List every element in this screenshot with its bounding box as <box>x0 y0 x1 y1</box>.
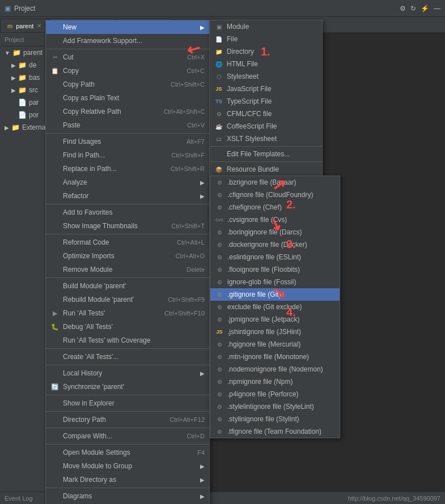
menu-item-paste-label: Paste <box>63 121 187 129</box>
run-tests-shortcut: Ctrl+Shift+F10 <box>164 310 205 317</box>
move-module-arrow: ▶ <box>200 463 205 469</box>
submenu-mtnignore[interactable]: ⚙ .mtn-ignore file (Monotone) <box>210 351 340 363</box>
menu-item-open-module-settings[interactable]: Open Module Settings F4 <box>46 446 209 459</box>
tab-parent[interactable]: m parent ✕ <box>0 19 49 32</box>
submenu-fossilignore[interactable]: ⚙ ignore-glob file (Fossil) <box>210 276 340 288</box>
menu-item-synchronize-label: Synchronize 'parent' <box>63 383 205 391</box>
menu-item-remove-module[interactable]: Remove Module Delete <box>46 263 209 276</box>
menu-item-rebuild-module[interactable]: Rebuild Module 'parent' Ctrl+Shift+F9 <box>46 293 209 306</box>
submenu-new-coffeescript[interactable]: ☕ CoffeeScript File <box>210 120 322 133</box>
menu-item-copy-plain[interactable]: Copy as Plain Text <box>46 91 209 105</box>
submenu-new-js[interactable]: JS JavaScript File <box>210 83 322 95</box>
menu-item-show-explorer[interactable]: Show in Explorer <box>46 396 209 410</box>
menu-item-copy-path[interactable]: Copy Path Ctrl+Shift+C <box>46 78 209 91</box>
menu-item-build-module[interactable]: Build Module 'parent' <box>46 279 209 293</box>
submenu-nodemonignore[interactable]: ⚙ .nodemonignore file (Nodemon) <box>210 363 340 375</box>
menu-item-find-in-path[interactable]: Find in Path... Ctrl+Shift+F <box>46 148 209 162</box>
menu-item-debug-tests[interactable]: 🐛 Debug 'All Tests' <box>46 320 209 334</box>
submenu-flooignore[interactable]: ⚙ .flooignore file (Floobits) <box>210 263 340 276</box>
submenu-new-stylesheet[interactable]: ⬡ Stylesheet <box>210 70 322 83</box>
context-menu: New ▶ Add Framework Support... ✂ Cut Ctr… <box>45 20 210 504</box>
submenu-bzrignore-label: .bzrignore file (Bazaar) <box>227 178 296 186</box>
submenu-git-exclude[interactable]: ⚙ exclude file (Git exclude) <box>210 301 340 313</box>
menu-item-reformat[interactable]: Reformat Code Ctrl+Alt+L <box>46 236 209 249</box>
dockerignore-icon: ⚙ <box>215 242 224 248</box>
menu-item-refactor[interactable]: Refactor ▶ <box>46 189 209 203</box>
rebuild-module-shortcut: Ctrl+Shift+F9 <box>168 296 205 303</box>
submenu-new-module-label: Module <box>227 23 249 31</box>
html-icon: 🌐 <box>214 61 223 67</box>
menu-item-find-usages[interactable]: Find Usages Alt+F7 <box>46 135 209 148</box>
submenu-jpmignore[interactable]: ⚙ .jpmignore file (Jetpack) <box>210 313 340 326</box>
title-bar-title: Project <box>14 5 35 12</box>
submenu-new-html[interactable]: 🌐 HTML File <box>210 58 322 70</box>
submenu-jshintignore-label: .jshintignore file (JSHint) <box>227 328 301 336</box>
submenu-new-ts-label: TypeScript File <box>227 97 272 105</box>
submenu-gitignore[interactable]: ⚙ .gitignore file (Git) <box>210 288 340 301</box>
collapse-icon[interactable]: — <box>434 5 440 12</box>
submenu-npmignore[interactable]: ⚙ .npmignore file (Npm) <box>210 375 340 388</box>
menu-item-copy-relative[interactable]: Copy Relative Path Ctrl+Alt+Shift+C <box>46 105 209 118</box>
gear-icon[interactable]: ⚡ <box>421 5 429 12</box>
settings-icon[interactable]: ⚙ <box>400 5 406 12</box>
menu-item-diagrams[interactable]: Diagrams ▶ <box>46 489 209 503</box>
menu-item-local-history[interactable]: Local History ▶ <box>46 366 209 380</box>
separator-2 <box>46 133 209 134</box>
menu-item-add-framework[interactable]: Add Framework Support... <box>46 34 209 48</box>
submenu-new-module[interactable]: ▣ Module <box>210 20 322 33</box>
submenu-boringignore[interactable]: ⚙ .boringignore file (Darcs) <box>210 226 340 238</box>
menu-item-find-usages-label: Find Usages <box>63 138 187 146</box>
submenu-new-edit-templates[interactable]: Edit File Templates... <box>210 148 322 160</box>
fossilignore-icon: ⚙ <box>215 279 224 285</box>
refactor-arrow: ▶ <box>200 193 205 199</box>
submenu-separator-1 <box>210 146 322 147</box>
submenu-cfignore[interactable]: ⚙ .cfignore file (CloudFoundry) <box>210 189 340 201</box>
submenu-hgignore[interactable]: ⚙ .hgignore file (Mercurial) <box>210 338 340 351</box>
menu-item-replace-in-path[interactable]: Replace in Path... Ctrl+Shift+R <box>46 162 209 176</box>
menu-item-mark-directory[interactable]: Mark Directory as ▶ <box>46 473 209 486</box>
submenu-cvsignore[interactable]: cvs .cvsignore file (Cvs) <box>210 213 340 226</box>
tab-parent-close[interactable]: ✕ <box>37 23 41 29</box>
menu-item-cut[interactable]: ✂ Cut Ctrl+X <box>46 50 209 64</box>
sync-icon[interactable]: ↻ <box>410 5 416 12</box>
submenu-jshintignore[interactable]: JS .jshintignore file (JSHint) <box>210 326 340 338</box>
submenu-stylinignore[interactable]: ⚙ .stylinignore file (Stylint) <box>210 413 340 425</box>
compare-with-shortcut: Ctrl+D <box>187 433 205 439</box>
submenu-new-xslt[interactable]: 🗂 XSLT Stylesheet <box>210 133 322 145</box>
submenu-new-file[interactable]: 📄 File <box>210 33 322 45</box>
menu-item-run-coverage[interactable]: Run 'All Tests' with Coverage <box>46 334 209 347</box>
menu-item-rebuild-module-label: Rebuild Module 'parent' <box>63 296 168 304</box>
menu-item-show-thumbnails[interactable]: Show Image Thumbnails Ctrl+Shift+T <box>46 219 209 233</box>
nodemonignore-icon: ⚙ <box>215 366 224 373</box>
menu-item-run-tests[interactable]: ▶ Run 'All Tests' Ctrl+Shift+F10 <box>46 306 209 320</box>
submenu-stylelintignore[interactable]: ⚙ .stylelintignore file (StyleLint) <box>210 400 340 413</box>
submenu-dockerignore[interactable]: ⚙ .dockerignore file (Docker) <box>210 238 340 251</box>
submenu-new-ts[interactable]: TS TypeScript File <box>210 95 322 108</box>
submenu-eslintignore[interactable]: ⚙ .eslintignore file (ESLint) <box>210 251 340 263</box>
run-tests-icon: ▶ <box>50 310 60 317</box>
menu-item-add-favorites[interactable]: Add to Favorites <box>46 206 209 219</box>
submenu-new-directory[interactable]: 📁 Directory <box>210 45 322 58</box>
status-bar-left[interactable]: Event Log <box>5 495 33 502</box>
menu-item-analyze[interactable]: Analyze ▶ <box>46 176 209 189</box>
new-arrow: ▶ <box>200 24 205 31</box>
menu-item-optimize[interactable]: Optimize Imports Ctrl+Alt+O <box>46 249 209 263</box>
menu-item-compare-with[interactable]: Compare With... Ctrl+D <box>46 429 209 443</box>
menu-item-copy[interactable]: 📋 Copy Ctrl+C <box>46 64 209 78</box>
submenu-new-resource-bundle[interactable]: 📦 Resource Bundle <box>210 163 322 176</box>
menu-item-move-module-to-group[interactable]: Move Module to Group ▶ <box>46 459 209 473</box>
submenu-p4ignore[interactable]: ⚙ .p4ignore file (Perforce) <box>210 388 340 400</box>
submenu-chefignore[interactable]: ⚙ .chefignore (Chef) <box>210 201 340 213</box>
submenu-bzrignore[interactable]: ⚙ .bzrignore file (Bazaar) <box>210 176 340 189</box>
submenu-mtnignore-label: .mtn-ignore file (Monotone) <box>227 353 309 361</box>
menu-item-synchronize[interactable]: 🔄 Synchronize 'parent' <box>46 380 209 394</box>
separator-10 <box>46 428 209 428</box>
menu-item-create-tests[interactable]: Create 'All Tests'... <box>46 350 209 364</box>
submenu-tfignore[interactable]: ⚙ .tfignore file (Team Foundation) <box>210 425 340 438</box>
menu-item-new[interactable]: New ▶ <box>46 20 209 34</box>
menu-item-directory-path[interactable]: Directory Path Ctrl+Alt+F12 <box>46 413 209 426</box>
stylinignore-icon: ⚙ <box>215 416 224 422</box>
submenu-new-cfml[interactable]: ⚙ CFML/CFC file <box>210 108 322 120</box>
menu-item-new-label: New <box>63 23 200 31</box>
menu-item-paste[interactable]: Paste Ctrl+V <box>46 118 209 132</box>
